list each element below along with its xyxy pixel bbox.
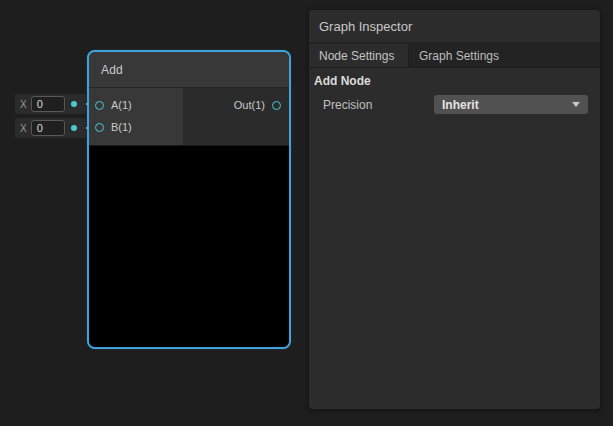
- x-component-label: X: [15, 99, 31, 110]
- precision-dropdown[interactable]: Inherit: [434, 95, 588, 114]
- graph-inspector-panel: Graph Inspector Node Settings Graph Sett…: [308, 9, 601, 410]
- output-port[interactable]: Out(1): [183, 94, 289, 116]
- tab-strip: Node Settings Graph Settings: [309, 42, 600, 68]
- precision-dropdown-value: Inherit: [442, 98, 479, 112]
- input-port-a[interactable]: A(1): [89, 94, 183, 116]
- input-port-b-icon[interactable]: [95, 123, 104, 132]
- edge-connector-dot-icon: [71, 125, 77, 131]
- section-heading: Add Node: [314, 74, 600, 89]
- input-port-a-label: A(1): [111, 99, 132, 111]
- input-port-b-label: B(1): [111, 121, 132, 133]
- x-component-label: X: [15, 123, 31, 134]
- input-port-a-icon[interactable]: [95, 101, 104, 110]
- x-value-field[interactable]: 0: [31, 96, 65, 112]
- node-preview: [89, 146, 289, 347]
- output-port-icon[interactable]: [272, 101, 281, 110]
- node-title-bar[interactable]: Add: [89, 52, 289, 88]
- precision-label: Precision: [323, 98, 434, 112]
- precision-field-row: Precision Inherit: [309, 95, 600, 114]
- port-default-input-a: X 0: [15, 94, 86, 114]
- input-ports-section: A(1) B(1): [89, 88, 183, 145]
- tab-node-settings[interactable]: Node Settings: [309, 44, 409, 67]
- node-title: Add: [101, 63, 123, 77]
- input-port-b[interactable]: B(1): [89, 116, 183, 138]
- output-port-label: Out(1): [234, 99, 265, 111]
- node-ports-section: A(1) B(1) Out(1): [89, 88, 289, 146]
- add-node[interactable]: Add A(1) B(1) Out(1): [87, 50, 291, 349]
- output-ports-section: Out(1): [183, 88, 289, 145]
- edge-connector-dot-icon: [71, 101, 77, 107]
- tab-graph-settings[interactable]: Graph Settings: [409, 44, 499, 67]
- panel-title-bar[interactable]: Graph Inspector: [309, 10, 600, 42]
- tab-node-settings-label: Node Settings: [319, 49, 394, 63]
- panel-title: Graph Inspector: [319, 19, 412, 34]
- x-value-field[interactable]: 0: [31, 120, 65, 136]
- dropdown-arrow-icon: [572, 102, 580, 107]
- port-default-input-b: X 0: [15, 118, 86, 138]
- tab-graph-settings-label: Graph Settings: [419, 49, 499, 63]
